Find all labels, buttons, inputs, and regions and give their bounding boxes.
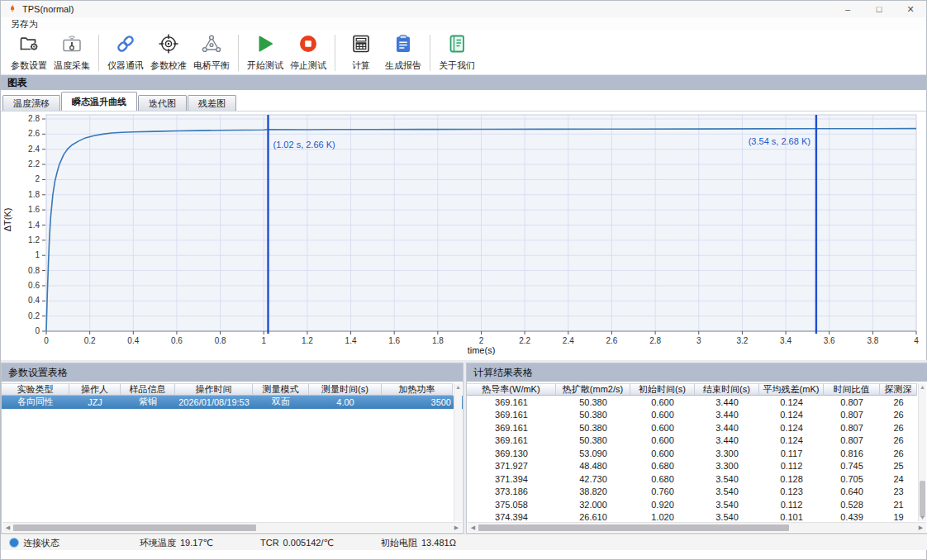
results-table-title: 计算结果表格	[467, 363, 927, 382]
cell: 0.528	[824, 498, 880, 511]
temp-collect-button[interactable]: 温度采集	[50, 32, 93, 73]
x-tick-label: 1.6	[388, 336, 400, 345]
column-header[interactable]: 时间比值	[824, 383, 880, 396]
status-bar: 连接状态 环境温度 19.17℃ TCR 0.005142/℃ 初始电阻 13.…	[1, 534, 927, 550]
column-header[interactable]: 加热功率	[382, 383, 453, 396]
results-row[interactable]: 369.16150.3800.6003.4400.1240.80726	[467, 434, 927, 448]
scroll-down-icon[interactable]: ▼	[919, 514, 926, 521]
about-us-button[interactable]: 关于我们	[435, 32, 478, 73]
column-header[interactable]: 操作时间	[175, 383, 253, 396]
cell: 26	[880, 447, 917, 460]
column-header[interactable]: 实验类型	[2, 383, 69, 396]
bridge-balance-button[interactable]: 电桥平衡	[190, 32, 233, 73]
generate-report-button[interactable]: 生成报告	[382, 32, 425, 73]
ambient-temperature: 环境温度 19.17℃	[140, 534, 213, 551]
cell: 0.745	[824, 460, 880, 473]
scrollbar-thumb[interactable]	[13, 524, 256, 531]
column-header[interactable]: 热导率(W/mK)	[467, 383, 556, 396]
stop-icon	[297, 33, 319, 58]
play-icon	[254, 33, 276, 58]
column-header[interactable]: 测量模式	[253, 383, 309, 396]
params-horizontal-scrollbar[interactable]: ◀ ▶	[2, 522, 462, 532]
cell: 21	[880, 498, 917, 511]
cell: 0.600	[630, 396, 695, 409]
chart-area[interactable]: 00.20.40.60.811.21.41.61.822.22.42.62.83…	[1, 112, 926, 360]
notebook-icon	[446, 33, 468, 58]
x-tick-label: 0.8	[215, 336, 226, 345]
scroll-left-icon[interactable]: ◀	[2, 524, 13, 531]
cell: 4.00	[309, 396, 382, 409]
column-header[interactable]: 热扩散(mm2/s)	[556, 383, 630, 396]
results-row[interactable]: 369.13053.0900.6003.3000.1170.81626	[467, 447, 927, 460]
column-header[interactable]: 样品信息	[121, 383, 175, 396]
tab-transient-temp-rise[interactable]: 瞬态温升曲线	[61, 92, 137, 111]
x-tick-label: 1.2	[302, 336, 313, 345]
cell: 0.112	[759, 460, 824, 473]
results-horizontal-scrollbar[interactable]: ◀ ▶	[468, 522, 926, 532]
y-tick-label: 1.4	[28, 221, 40, 230]
cell: 双面	[253, 396, 309, 409]
cell: 0.117	[759, 447, 824, 460]
results-row[interactable]: 369.16150.3800.6003.4400.1240.80726	[467, 396, 927, 409]
column-header[interactable]: 探测深	[880, 383, 917, 396]
cell: 3.300	[695, 447, 759, 460]
cell: 38.820	[556, 486, 630, 499]
start-test-button[interactable]: 开始测试	[244, 32, 287, 73]
results-table-panel: 计算结果表格 热导率(W/mK)热扩散(mm2/s)初始时间(s)结束时间(s)…	[466, 363, 927, 534]
transient-rise-chart[interactable]: 00.20.40.60.811.21.41.61.822.22.42.62.83…	[1, 112, 927, 360]
y-tick-label: 2.8	[28, 114, 40, 123]
tab-iteration-plot[interactable]: 迭代图	[138, 95, 187, 111]
results-row[interactable]: 371.39442.7300.6803.5400.1280.70524	[467, 472, 927, 486]
results-row[interactable]: 373.18638.8200.7603.5400.1230.64023	[467, 486, 927, 499]
cursor-annotation: (1.02 s, 2.66 K)	[273, 140, 335, 149]
instrument-comm-button[interactable]: 仪器通讯	[104, 32, 147, 73]
tcr-value: 0.005142/℃	[283, 538, 334, 548]
maximize-button[interactable]: □	[863, 1, 895, 17]
cell: 369.161	[467, 396, 556, 409]
x-axis-label: time(s)	[468, 345, 496, 355]
cell: 26	[880, 421, 917, 434]
column-header[interactable]: 初始时间(s)	[630, 383, 695, 396]
stop-test-button[interactable]: 停止测试	[287, 32, 330, 73]
param-calibration-button[interactable]: 参数校准	[147, 32, 190, 73]
x-tick-label: 2.4	[563, 336, 574, 345]
toolbar-separator	[98, 35, 99, 71]
calculate-button[interactable]: 计算	[340, 32, 382, 73]
target-icon	[158, 33, 179, 58]
results-vertical-scrollbar[interactable]: ▲ ▼	[918, 383, 926, 521]
scroll-right-icon[interactable]: ▶	[451, 524, 462, 531]
column-header[interactable]: 操作人	[69, 383, 121, 396]
results-row[interactable]: 375.05832.0000.9203.5400.1120.52821	[467, 498, 927, 511]
scrollbar-thumb[interactable]	[478, 524, 789, 531]
cell: 369.161	[467, 421, 556, 434]
charts-section-title: 图表	[7, 76, 27, 90]
tcr-readout: TCR 0.005142/℃	[260, 534, 334, 551]
column-header[interactable]: 测量时间(s)	[309, 383, 382, 396]
scrollbar-thumb[interactable]	[920, 481, 925, 517]
param-calibration-label: 参数校准	[150, 59, 187, 72]
params-table-panel: 参数设置表格 实验类型操作人样品信息操作时间测量模式测量时间(s)加热功率各向同…	[1, 363, 464, 534]
cell: 369.161	[467, 409, 556, 422]
column-header[interactable]: 结束时间(s)	[695, 383, 759, 396]
cell: 3.540	[695, 472, 759, 486]
minimize-button[interactable]: –	[832, 1, 863, 17]
results-row[interactable]: 369.16150.3800.6003.4400.1240.80726	[467, 421, 927, 434]
tab-residual-plot[interactable]: 残差图	[188, 95, 236, 111]
tab-temperature-drift[interactable]: 温度漂移	[2, 95, 60, 111]
cell: 3.540	[695, 486, 759, 499]
start-test-label: 开始测试	[247, 59, 283, 72]
results-row[interactable]: 369.16150.3800.6003.4400.1240.80726	[467, 409, 927, 422]
y-tick-label: 1	[35, 250, 40, 259]
param-settings-button[interactable]: 参数设置	[7, 32, 50, 73]
params-vertical-scrollbar[interactable]: ▲	[454, 383, 462, 521]
column-header[interactable]: 平均残差(mK)	[759, 383, 824, 396]
cell: 0.680	[630, 460, 695, 473]
tcr-label: TCR	[260, 538, 279, 548]
params-row[interactable]: 各向同性JZJ紫铜2026/01/08/19:53双面4.003500	[2, 396, 463, 409]
cell: 0.680	[630, 472, 695, 486]
close-button[interactable]: ✕	[895, 1, 926, 17]
scroll-left-icon[interactable]: ◀	[468, 524, 478, 531]
results-row[interactable]: 371.92748.4800.6803.3000.1120.74525	[467, 460, 927, 473]
scroll-right-icon[interactable]: ▶	[915, 524, 926, 531]
menu-save-as[interactable]: 另存为	[7, 18, 41, 31]
